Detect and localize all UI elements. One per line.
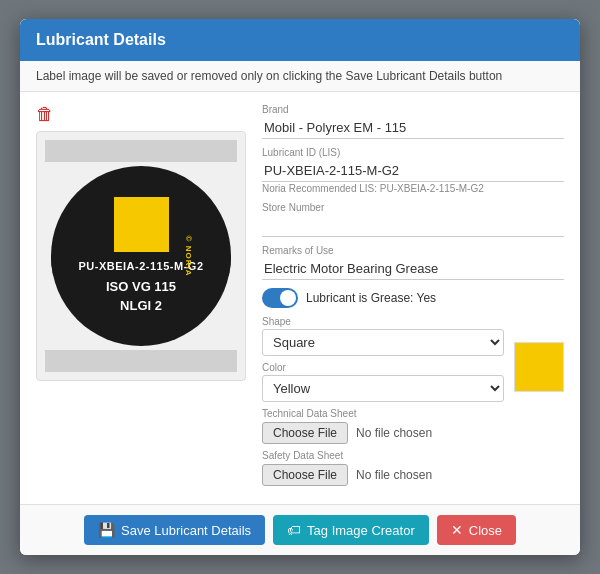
tag-image-creator-button[interactable]: 🏷 Tag Image Creator: [273, 515, 429, 545]
tech-sheet-no-file: No file chosen: [356, 426, 432, 440]
modal-body: 🗑 PU-XBEIA-2-115-M-G2 ISO VG 115 NLGI 2 …: [20, 92, 580, 504]
close-button[interactable]: ✕ Close: [437, 515, 516, 545]
label-noria-text: © NORIA: [184, 236, 193, 277]
safety-sheet-file-row: Choose File No file chosen: [262, 464, 564, 486]
color-select-group: Color Yellow Red Blue Green: [262, 362, 504, 402]
circle-label: PU-XBEIA-2-115-M-G2 ISO VG 115 NLGI 2 © …: [51, 166, 231, 346]
lubricant-id-field: Lubricant ID (LIS) Noria Recommended LIS…: [262, 147, 564, 194]
shape-select[interactable]: Square Circle Triangle: [262, 329, 504, 356]
remarks-label: Remarks of Use: [262, 245, 564, 256]
label-card: PU-XBEIA-2-115-M-G2 ISO VG 115 NLGI 2 © …: [36, 131, 246, 381]
brand-input[interactable]: [262, 117, 564, 139]
color-select[interactable]: Yellow Red Blue Green: [262, 375, 504, 402]
store-number-label: Store Number: [262, 202, 564, 213]
label-bottom-bar: [45, 350, 237, 372]
shape-select-group: Shape Square Circle Triangle: [262, 316, 504, 356]
modal-footer: 💾 Save Lubricant Details 🏷 Tag Image Cre…: [20, 504, 580, 555]
store-number-input[interactable]: [262, 215, 564, 237]
tag-icon: 🏷: [287, 522, 301, 538]
tech-sheet-label: Technical Data Sheet: [262, 408, 564, 419]
remarks-field: Remarks of Use: [262, 245, 564, 280]
label-iso-nlgi: ISO VG 115 NLGI 2: [106, 278, 176, 314]
recommended-lis-text: Noria Recommended LIS: PU-XBEIA-2-115-M-…: [262, 183, 564, 194]
lubricant-id-label: Lubricant ID (LIS): [262, 147, 564, 158]
yellow-square-shape: [114, 197, 169, 252]
save-icon: 💾: [98, 522, 115, 538]
modal-header: Lubricant Details: [20, 19, 580, 61]
tech-sheet-choose-button[interactable]: Choose File: [262, 422, 348, 444]
lubricant-id-input[interactable]: [262, 160, 564, 182]
label-preview-column: 🗑 PU-XBEIA-2-115-M-G2 ISO VG 115 NLGI 2 …: [36, 104, 246, 492]
grease-toggle[interactable]: [262, 288, 298, 308]
color-label: Color: [262, 362, 504, 373]
grease-toggle-row: Lubricant is Grease: Yes: [262, 288, 564, 308]
grease-toggle-label: Lubricant is Grease: Yes: [306, 291, 436, 305]
modal-title: Lubricant Details: [36, 31, 166, 48]
lubricant-details-modal: Lubricant Details Label image will be sa…: [20, 19, 580, 555]
tech-sheet-file-row: Choose File No file chosen: [262, 422, 564, 444]
shape-label: Shape: [262, 316, 504, 327]
delete-label-button[interactable]: 🗑: [36, 104, 54, 125]
brand-label: Brand: [262, 104, 564, 115]
safety-sheet-label: Safety Data Sheet: [262, 450, 564, 461]
save-lubricant-button[interactable]: 💾 Save Lubricant Details: [84, 515, 265, 545]
remarks-input[interactable]: [262, 258, 564, 280]
store-number-field: Store Number: [262, 202, 564, 237]
color-swatch-preview: [514, 342, 564, 392]
form-column: Brand Lubricant ID (LIS) Noria Recommend…: [262, 104, 564, 492]
label-id-text: PU-XBEIA-2-115-M-G2: [51, 256, 231, 276]
label-top-bar: [45, 140, 237, 162]
safety-sheet-field: Safety Data Sheet Choose File No file ch…: [262, 450, 564, 486]
brand-field: Brand: [262, 104, 564, 139]
modal-info-text: Label image will be saved or removed onl…: [20, 61, 580, 92]
tech-sheet-field: Technical Data Sheet Choose File No file…: [262, 408, 564, 444]
safety-sheet-no-file: No file chosen: [356, 468, 432, 482]
modal-overlay: Lubricant Details Label image will be sa…: [0, 0, 600, 574]
safety-sheet-choose-button[interactable]: Choose File: [262, 464, 348, 486]
shape-color-row: Shape Square Circle Triangle Color Yello…: [262, 316, 564, 402]
close-icon: ✕: [451, 522, 463, 538]
shape-color-selects: Shape Square Circle Triangle Color Yello…: [262, 316, 504, 402]
